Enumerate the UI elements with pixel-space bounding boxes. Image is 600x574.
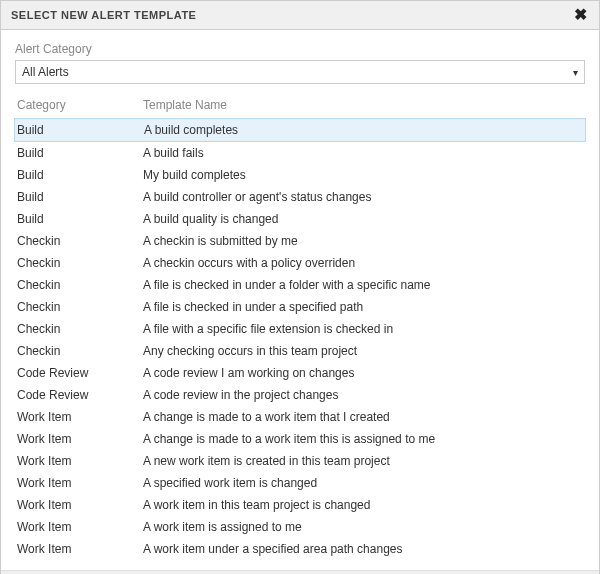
dialog-title: SELECT NEW ALERT TEMPLATE <box>11 9 196 21</box>
table-row[interactable]: BuildA build controller or agent's statu… <box>15 186 585 208</box>
table-row[interactable]: Code ReviewA code review I am working on… <box>15 362 585 384</box>
cell-category: Build <box>15 144 143 162</box>
cell-category: Checkin <box>15 232 143 250</box>
cell-template-name: A code review in the project changes <box>143 386 585 404</box>
table-row[interactable]: Code ReviewA code review in the project … <box>15 384 585 406</box>
cell-category: Build <box>16 121 144 139</box>
cell-category: Build <box>15 210 143 228</box>
cell-category: Checkin <box>15 320 143 338</box>
titlebar: SELECT NEW ALERT TEMPLATE ✖ <box>1 1 599 30</box>
table-row[interactable]: Work ItemA work item in this team projec… <box>15 494 585 516</box>
chevron-down-icon: ▾ <box>573 67 578 78</box>
col-header-category[interactable]: Category <box>15 98 143 112</box>
cell-category: Work Item <box>15 452 143 470</box>
cell-category: Code Review <box>15 364 143 382</box>
cell-template-name: A change is made to a work item that I c… <box>143 408 585 426</box>
table-row[interactable]: CheckinA file is checked in under a spec… <box>15 296 585 318</box>
cell-category: Build <box>15 188 143 206</box>
cell-category: Checkin <box>15 254 143 272</box>
dialog: SELECT NEW ALERT TEMPLATE ✖ Alert Catego… <box>0 0 600 574</box>
alert-category-label: Alert Category <box>15 42 585 56</box>
cell-template-name: A checkin is submitted by me <box>143 232 585 250</box>
table-row[interactable]: Work ItemA new work item is created in t… <box>15 450 585 472</box>
table-header: Category Template Name <box>15 96 585 118</box>
cell-template-name: A code review I am working on changes <box>143 364 585 382</box>
table-row[interactable]: BuildA build fails <box>15 142 585 164</box>
cell-template-name: A file with a specific file extension is… <box>143 320 585 338</box>
cell-category: Work Item <box>15 518 143 536</box>
cell-category: Work Item <box>15 474 143 492</box>
cell-template-name: A work item is assigned to me <box>143 518 585 536</box>
cell-category: Work Item <box>15 408 143 426</box>
cell-template-name: Any checking occurs in this team project <box>143 342 585 360</box>
cell-template-name: A build controller or agent's status cha… <box>143 188 585 206</box>
table-row[interactable]: BuildA build quality is changed <box>15 208 585 230</box>
cell-category: Work Item <box>15 496 143 514</box>
col-header-template-name[interactable]: Template Name <box>143 98 585 112</box>
table-row[interactable]: CheckinAny checking occurs in this team … <box>15 340 585 362</box>
table-row[interactable]: Work ItemA work item is assigned to me <box>15 516 585 538</box>
table-row[interactable]: Work ItemA change is made to a work item… <box>15 428 585 450</box>
table-row[interactable]: CheckinA file is checked in under a fold… <box>15 274 585 296</box>
cell-template-name: A build quality is changed <box>143 210 585 228</box>
cell-template-name: A change is made to a work item this is … <box>143 430 585 448</box>
cell-template-name: My build completes <box>143 166 585 184</box>
cell-template-name: A file is checked in under a folder with… <box>143 276 585 294</box>
alert-category-dropdown[interactable]: All Alerts ▾ <box>15 60 585 84</box>
cell-category: Checkin <box>15 276 143 294</box>
cell-template-name: A build fails <box>143 144 585 162</box>
cell-category: Build <box>15 166 143 184</box>
cell-template-name: A work item under a specified area path … <box>143 540 585 558</box>
table-row[interactable]: CheckinA checkin occurs with a policy ov… <box>15 252 585 274</box>
table-row[interactable]: Work ItemA specified work item is change… <box>15 472 585 494</box>
cell-template-name: A build completes <box>144 121 584 139</box>
table-row[interactable]: Work ItemA work item under a specified a… <box>15 538 585 560</box>
table-row[interactable]: BuildMy build completes <box>15 164 585 186</box>
table-row[interactable]: CheckinA checkin is submitted by me <box>15 230 585 252</box>
cell-template-name: A new work item is created in this team … <box>143 452 585 470</box>
cell-category: Checkin <box>15 342 143 360</box>
cell-template-name: A file is checked in under a specified p… <box>143 298 585 316</box>
close-icon[interactable]: ✖ <box>572 7 589 23</box>
cell-category: Code Review <box>15 386 143 404</box>
table-row[interactable]: Work ItemA change is made to a work item… <box>15 406 585 428</box>
template-table: Category Template Name BuildA build comp… <box>15 96 585 560</box>
table-body: BuildA build completesBuildA build fails… <box>15 118 585 560</box>
dialog-content: Alert Category All Alerts ▾ Category Tem… <box>1 30 599 570</box>
cell-category: Work Item <box>15 540 143 558</box>
cell-category: Checkin <box>15 298 143 316</box>
dialog-footer: OK Cancel <box>1 570 599 574</box>
cell-template-name: A checkin occurs with a policy overriden <box>143 254 585 272</box>
cell-category: Work Item <box>15 430 143 448</box>
alert-category-selected: All Alerts <box>22 65 69 79</box>
table-row[interactable]: CheckinA file with a specific file exten… <box>15 318 585 340</box>
cell-template-name: A specified work item is changed <box>143 474 585 492</box>
table-row[interactable]: BuildA build completes <box>14 118 586 142</box>
cell-template-name: A work item in this team project is chan… <box>143 496 585 514</box>
